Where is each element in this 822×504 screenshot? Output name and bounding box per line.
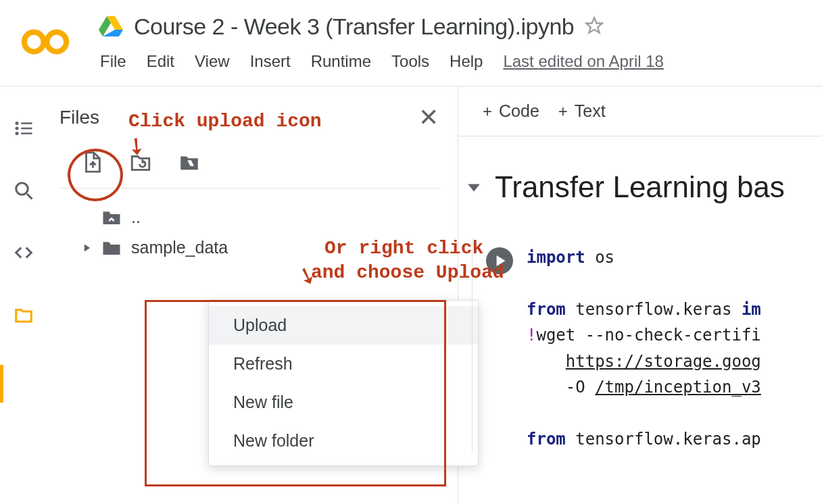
toc-icon[interactable] xyxy=(10,115,37,142)
sample-data-row[interactable]: sample_data xyxy=(82,232,458,263)
svg-marker-15 xyxy=(84,244,90,251)
menu-file[interactable]: File xyxy=(100,52,126,71)
file-tree: .. sample_data xyxy=(59,188,458,263)
svg-point-12 xyxy=(16,183,28,195)
menu-runtime[interactable]: Runtime xyxy=(311,52,371,71)
notebook-area: +Code +Text Transfer Learning bas import… xyxy=(458,86,822,504)
code-cell[interactable]: import os from tensorflow.keras im!wget … xyxy=(472,238,822,452)
svg-point-1 xyxy=(47,32,66,52)
svg-rect-9 xyxy=(21,128,32,130)
svg-line-13 xyxy=(27,194,32,199)
ctx-new-folder[interactable]: New folder xyxy=(209,422,478,460)
ctx-refresh[interactable]: Refresh xyxy=(209,345,478,383)
svg-point-10 xyxy=(16,132,19,135)
files-icon[interactable] xyxy=(10,301,37,328)
colab-logo xyxy=(19,14,72,58)
code-content[interactable]: import os from tensorflow.keras im!wget … xyxy=(527,238,761,452)
svg-point-6 xyxy=(16,122,19,125)
svg-marker-17 xyxy=(496,255,505,266)
files-toolbar xyxy=(59,130,440,188)
menu-tools[interactable]: Tools xyxy=(391,52,429,71)
ctx-new-file[interactable]: New file xyxy=(209,383,478,422)
upload-file-icon[interactable] xyxy=(78,149,105,176)
svg-marker-16 xyxy=(468,184,480,192)
drive-icon xyxy=(99,15,123,39)
add-code-button[interactable]: +Code xyxy=(483,101,539,121)
svg-rect-7 xyxy=(21,122,32,124)
menu-view[interactable]: View xyxy=(195,52,230,71)
menu-bar: File Edit View Insert Runtime Tools Help… xyxy=(100,52,822,71)
menu-help[interactable]: Help xyxy=(450,52,483,71)
menu-edit[interactable]: Edit xyxy=(147,52,174,71)
ctx-upload[interactable]: Upload xyxy=(209,306,478,345)
run-cell-button[interactable] xyxy=(486,247,513,274)
svg-point-0 xyxy=(24,32,44,52)
rail-indicator xyxy=(0,365,3,403)
notebook-toolbar: +Code +Text xyxy=(458,86,822,136)
svg-point-8 xyxy=(16,127,19,130)
svg-marker-5 xyxy=(587,18,602,32)
search-icon[interactable] xyxy=(10,177,37,204)
refresh-folder-icon[interactable] xyxy=(127,149,154,176)
close-icon[interactable]: ✕ xyxy=(418,105,439,130)
document-title[interactable]: Course 2 - Week 3 (Transfer Learning).ip… xyxy=(134,14,574,40)
add-text-button[interactable]: +Text xyxy=(558,101,606,121)
svg-rect-11 xyxy=(21,132,32,134)
code-snippets-icon[interactable] xyxy=(10,239,37,266)
context-menu: Upload Refresh New file New folder xyxy=(208,300,479,466)
last-edited[interactable]: Last edited on April 18 xyxy=(503,52,664,71)
parent-folder-label: .. xyxy=(131,207,141,227)
files-sidebar: Files ✕ .. sample_data xyxy=(47,86,458,504)
notebook-heading[interactable]: Transfer Learning bas xyxy=(458,136,822,224)
left-rail xyxy=(0,86,47,504)
header: Course 2 - Week 3 (Transfer Learning).ip… xyxy=(0,0,822,86)
mount-drive-icon[interactable] xyxy=(176,149,203,176)
star-icon[interactable] xyxy=(585,16,604,38)
menu-insert[interactable]: Insert xyxy=(250,52,291,71)
parent-folder-row[interactable]: .. xyxy=(82,202,458,232)
sample-data-label: sample_data xyxy=(131,238,228,257)
sidebar-title: Files xyxy=(59,107,99,128)
